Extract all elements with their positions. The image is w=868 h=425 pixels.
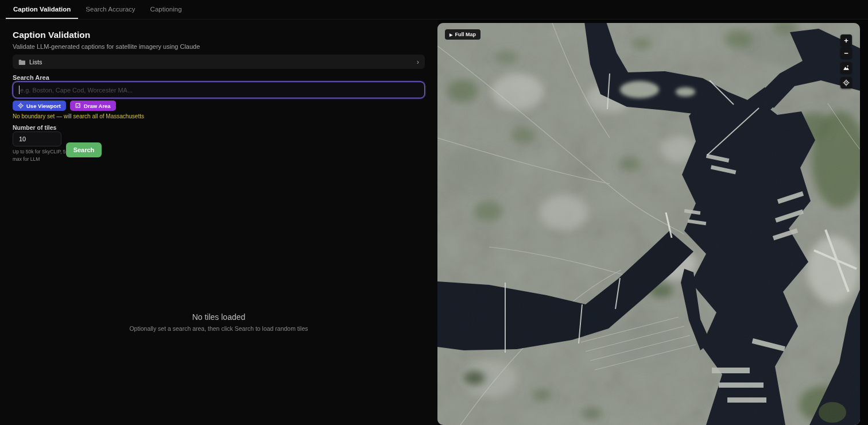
- number-of-tiles-label: Number of tiles: [13, 124, 56, 131]
- zoom-out-button[interactable]: −: [840, 47, 852, 59]
- empty-state-title: No tiles loaded: [0, 312, 437, 322]
- mountains-icon: [843, 64, 850, 71]
- tiles-helper-text: Up to 50k for SkyCLIP, 500 max for LLM: [13, 148, 71, 163]
- lists-label: Lists: [29, 59, 42, 65]
- tab-caption-validation[interactable]: Caption Validation: [6, 0, 78, 19]
- geolocate-crosshair-icon: [843, 79, 850, 86]
- tab-search-accuracy[interactable]: Search Accuracy: [78, 0, 142, 19]
- chevron-right-icon: ›: [417, 58, 419, 65]
- text-caret: [19, 86, 20, 94]
- geolocate-button[interactable]: [840, 77, 852, 88]
- full-map-button[interactable]: ▶ Full Map: [445, 29, 480, 40]
- satellite-map-canvas[interactable]: [437, 23, 860, 425]
- draw-area-button[interactable]: Draw Area: [70, 101, 116, 111]
- caption-validation-panel: Caption Validation Validate LLM-generate…: [0, 20, 437, 425]
- use-viewport-button[interactable]: Use Viewport: [13, 101, 66, 111]
- use-viewport-label: Use Viewport: [26, 103, 61, 109]
- draw-area-label: Draw Area: [84, 103, 111, 109]
- page-subtitle: Validate LLM-generated captions for sate…: [13, 43, 200, 50]
- play-icon: ▶: [450, 33, 452, 37]
- lists-accordion[interactable]: Lists ›: [13, 55, 425, 69]
- number-of-tiles-input[interactable]: [13, 132, 61, 146]
- empty-state-subtitle: Optionally set a search area, then click…: [0, 325, 437, 332]
- draw-polygon-icon: [75, 103, 81, 109]
- map-panel: ▶ Full Map + −: [437, 23, 860, 425]
- full-map-label: Full Map: [455, 32, 476, 37]
- folder-icon: [18, 59, 25, 65]
- viewport-crosshair-icon: [18, 103, 24, 109]
- search-area-input[interactable]: [13, 82, 425, 98]
- basemap-layers-button[interactable]: [840, 62, 852, 74]
- page-title: Caption Validation: [13, 30, 90, 40]
- boundary-buttons: Use Viewport Draw Area: [13, 101, 116, 111]
- no-boundary-warning: No boundary set — will search all of Mas…: [13, 113, 144, 119]
- top-tab-bar: Caption Validation Search Accuracy Capti…: [0, 0, 868, 20]
- search-area-label: Search Area: [13, 74, 49, 81]
- search-button[interactable]: Search: [66, 142, 102, 157]
- zoom-in-button[interactable]: +: [840, 34, 852, 46]
- tab-captioning[interactable]: Captioning: [143, 0, 189, 19]
